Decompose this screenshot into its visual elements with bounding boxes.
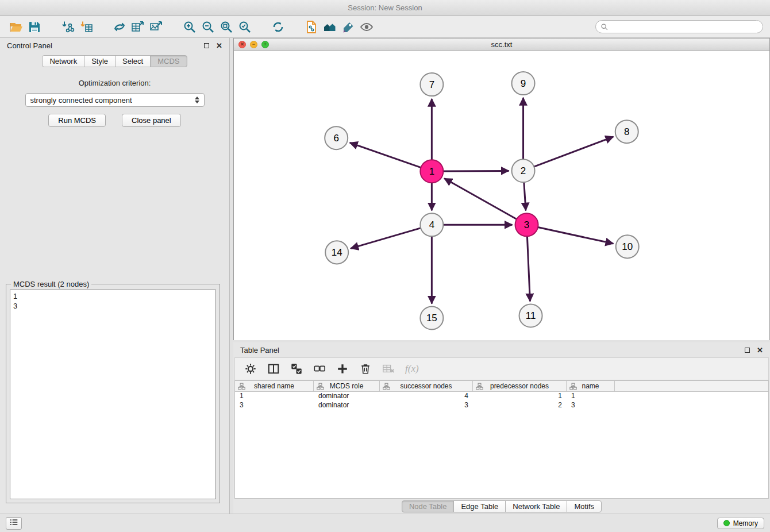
graph-node-label: 3 [524,219,529,230]
tab-mcds[interactable]: MCDS [150,55,187,67]
open-session-button[interactable] [7,18,25,36]
table-row[interactable]: 1dominator411 [235,392,768,401]
export-image-icon [149,20,163,34]
close-panel-button[interactable]: Close panel [122,114,181,127]
mcds-result-list[interactable]: 13 [10,290,216,499]
graph-edge-4-14[interactable] [351,228,421,248]
zoom-fit-button[interactable] [217,18,236,36]
memory-label: Memory [733,519,758,527]
graph-node-label: 14 [332,247,342,258]
settings-icon [244,363,257,375]
column-header-predecessor-nodes[interactable]: predecessor nodes [473,381,567,391]
toolbar-group [110,18,165,36]
close-panel-icon[interactable] [216,42,222,49]
select-all-icon [290,363,303,375]
criterion-dropdown-value: strongly connected component [30,96,132,105]
graph-edge-1-6[interactable] [351,143,421,168]
import-network-button[interactable] [59,18,77,36]
save-session-button[interactable] [25,18,44,36]
add-row-icon [336,363,349,375]
result-item[interactable]: 3 [13,301,213,311]
graph-edge-1-2[interactable] [443,171,508,171]
export-table-icon [131,20,145,34]
browser-home-button[interactable] [321,18,339,36]
table-cell: 3 [380,401,473,410]
copy-network-button[interactable] [302,18,321,36]
minimize-window-icon[interactable]: − [250,41,257,48]
zoom-in-button[interactable] [180,18,199,36]
graph-edge-2-3[interactable] [524,182,526,210]
result-item[interactable]: 1 [13,291,213,301]
table-header-row: shared nameMCDS rolesuccessor nodesprede… [235,381,768,392]
memory-status-icon [723,520,730,526]
network-window-titlebar[interactable]: scc.txt ✕ − + [234,38,769,51]
search-input[interactable] [611,23,758,31]
delete-table-button[interactable] [382,361,395,377]
zoom-fit-icon [220,20,233,34]
apply-layout-button[interactable] [269,18,287,36]
column-header-name[interactable]: name [567,381,615,391]
settings-button[interactable] [244,361,257,377]
zoom-out-button[interactable] [199,18,217,36]
zoom-in-icon [183,20,197,34]
close-window-icon[interactable]: ✕ [238,41,246,48]
select-all-button[interactable] [290,361,303,377]
show-graphics-button[interactable] [357,18,376,36]
table-cell: dominator [314,392,380,401]
browser-home-icon [323,20,337,34]
graph-edge-3-10[interactable] [538,228,613,244]
graph-edge-2-8[interactable] [534,137,613,167]
tab-node-table[interactable]: Node Table [402,500,455,512]
function-builder-button[interactable]: f(x) [405,361,419,377]
network-canvas[interactable]: 7968124314101511 [234,51,769,340]
search-box[interactable] [595,20,763,33]
export-network-icon [113,20,126,34]
deselect-all-button[interactable] [313,361,326,377]
zoom-selected-button[interactable] [236,18,254,36]
column-header-successor-nodes[interactable]: successor nodes [380,381,473,391]
memory-button[interactable]: Memory [717,518,764,529]
tab-select[interactable]: Select [115,55,151,67]
column-header-mcds-role[interactable]: MCDS role [314,381,380,391]
columns-button[interactable] [267,361,280,377]
panel-list-button[interactable] [6,517,22,530]
criterion-dropdown[interactable]: strongly connected component [25,93,205,107]
export-image-button[interactable] [147,18,165,36]
column-type-icon [476,383,483,390]
table-cell: 1 [567,392,615,401]
export-table-button[interactable] [129,18,147,36]
run-mcds-button[interactable]: Run MCDS [48,114,106,127]
graph-edge-3-1[interactable] [445,179,517,219]
network-graph[interactable]: 7968124314101511 [234,51,769,340]
toolbar-group [302,18,376,36]
tab-motifs[interactable]: Motifs [567,500,602,512]
graph-node-label: 11 [526,310,536,321]
table-cell: 1 [473,392,567,401]
float-panel-icon[interactable] [204,43,209,48]
graph-edge-3-11[interactable] [527,236,530,300]
zoom-selected-icon [238,20,252,34]
toolbar-group [180,18,254,36]
apply-style-button[interactable] [339,18,357,36]
close-table-panel-icon[interactable] [757,346,763,354]
column-header-label: predecessor nodes [490,382,549,390]
tab-network-table[interactable]: Network Table [505,500,567,512]
tab-style[interactable]: Style [84,55,116,67]
tab-network[interactable]: Network [42,55,84,67]
mcds-result-title: MCDS result (2 nodes) [11,280,91,288]
toolbar-group [59,18,95,36]
graph-node-label: 15 [426,313,437,323]
delete-row-button[interactable] [359,361,372,377]
add-row-button[interactable] [336,361,349,377]
export-network-button[interactable] [110,18,129,36]
import-table-button[interactable] [77,18,95,36]
column-header-shared-name[interactable]: shared name [235,381,314,391]
table-row[interactable]: 3dominator323 [235,401,768,410]
maximize-window-icon[interactable]: + [261,41,269,48]
table-cell: 4 [380,392,473,401]
table-toolbar: f(x) [234,357,769,380]
tab-edge-table[interactable]: Edge Table [453,500,506,512]
float-table-panel-icon[interactable] [745,348,750,353]
graph-node-label: 9 [521,78,526,89]
toolbar-group [7,18,44,36]
